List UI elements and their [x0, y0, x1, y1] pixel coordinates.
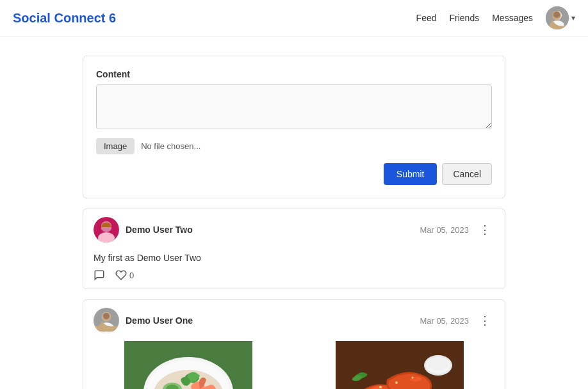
post-header-2: Demo User One Mar 05, 2023 ⋮ [83, 300, 505, 341]
submit-button[interactable]: Submit [384, 163, 437, 185]
post-body: My first as Demo User Two 0 [83, 250, 505, 289]
like-count: 0 [129, 271, 134, 280]
post-text: My first as Demo User Two [94, 253, 494, 263]
post-username: Demo User Two [126, 225, 193, 235]
chevron-down-icon: ▾ [571, 13, 575, 22]
avatar [546, 6, 569, 29]
svg-point-4 [553, 12, 560, 18]
nav-friends[interactable]: Friends [450, 13, 480, 23]
nav-messages[interactable]: Messages [492, 13, 533, 23]
content-input[interactable] [96, 84, 492, 129]
post-avatar [94, 217, 119, 242]
svg-point-29 [412, 377, 414, 379]
post-action-row: Submit Cancel [96, 163, 492, 185]
app-logo[interactable]: Social Connect 6 [13, 11, 116, 26]
cancel-button[interactable]: Cancel [442, 163, 492, 185]
svg-point-34 [428, 358, 448, 370]
heart-icon [115, 269, 127, 281]
food-image-1 [83, 341, 293, 389]
image-upload-button[interactable]: Image [96, 138, 135, 154]
comment-button[interactable] [94, 269, 105, 281]
post-username-2: Demo User One [126, 315, 193, 326]
post-avatar-2 [94, 308, 119, 333]
post-more-button-2[interactable]: ⋮ [475, 312, 494, 329]
post-user-info: Demo User Two [94, 217, 193, 242]
post-user-info-2: Demo User One [94, 308, 193, 333]
svg-point-27 [379, 386, 382, 388]
post-more-button[interactable]: ⋮ [475, 221, 494, 238]
comment-icon [94, 269, 105, 281]
post-images [83, 341, 505, 389]
file-chosen-label: No file chosen... [141, 141, 200, 151]
nav-feed[interactable]: Feed [416, 13, 437, 23]
app-header: Social Connect 6 Feed Friends Messages ▾ [0, 0, 588, 36]
file-row: Image No file chosen... [96, 138, 492, 154]
post-meta-right: Mar 05, 2023 ⋮ [420, 221, 494, 238]
main-nav: Feed Friends Messages ▾ [416, 6, 575, 29]
post-date-2: Mar 05, 2023 [420, 316, 469, 326]
post-date: Mar 05, 2023 [420, 225, 469, 235]
main-content: Content Image No file chosen... Submit C… [70, 56, 518, 389]
svg-point-13 [103, 313, 110, 319]
post-card-2: Demo User One Mar 05, 2023 ⋮ [83, 299, 505, 389]
svg-point-28 [395, 381, 398, 384]
post-actions: 0 [94, 269, 494, 281]
food-image-2 [295, 341, 505, 389]
post-card: Demo User Two Mar 05, 2023 ⋮ My first as… [83, 209, 505, 289]
user-menu-trigger[interactable]: ▾ [546, 6, 575, 29]
like-button[interactable]: 0 [115, 269, 134, 281]
create-post-card: Content Image No file chosen... Submit C… [83, 56, 505, 198]
content-label: Content [96, 69, 492, 79]
post-header: Demo User Two Mar 05, 2023 ⋮ [83, 209, 505, 250]
post-meta-right-2: Mar 05, 2023 ⋮ [420, 312, 494, 329]
